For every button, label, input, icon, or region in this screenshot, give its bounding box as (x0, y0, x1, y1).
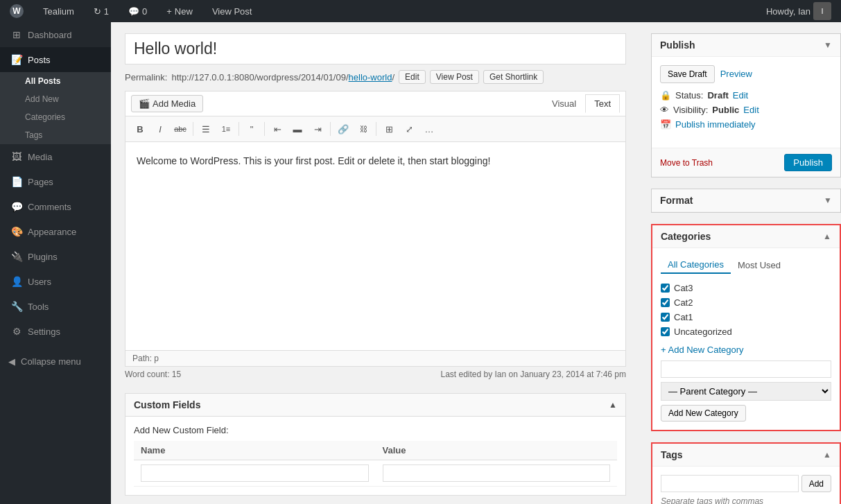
sidebar-item-comments[interactable]: 💬 Comments (0, 194, 111, 219)
tab-text[interactable]: Text (585, 94, 620, 113)
submenu-item-tags[interactable]: Tags (0, 126, 111, 144)
main-layout: ⊞ Dashboard 📝 Posts All Posts Add New Ca… (0, 22, 841, 504)
publish-action-bar: Move to Trash Publish (652, 148, 840, 177)
site-name-item[interactable]: Tealium (39, 0, 78, 22)
publish-box: Publish ▼ Save Draft Preview 🔒 Status: D… (651, 33, 841, 177)
publish-immediately-link[interactable]: Publish immediately (675, 119, 756, 130)
get-shortlink-button[interactable]: Get Shortlink (483, 70, 544, 84)
publish-button[interactable]: Publish (784, 154, 832, 171)
align-right-button[interactable]: ⇥ (309, 120, 327, 138)
sidebar-item-tools[interactable]: 🔧 Tools (0, 294, 111, 319)
category-checkbox[interactable] (661, 327, 670, 336)
tags-input[interactable] (661, 475, 799, 492)
howdy-item[interactable]: Howdy, Ian I (762, 0, 835, 22)
updates-item[interactable]: ↻ 1 (89, 0, 113, 22)
custom-fields-toggle[interactable]: ▲ (609, 400, 617, 410)
category-item: Cat1 (661, 310, 831, 324)
add-media-button[interactable]: 🎬 Add Media (131, 95, 203, 112)
comments-icon: 💬 (11, 201, 22, 212)
submenu-item-add-new[interactable]: Add New (0, 90, 111, 108)
category-tabs: All Categories Most Used (661, 257, 831, 274)
insert-table-button[interactable]: ⊞ (380, 120, 398, 138)
post-title-input[interactable] (125, 33, 626, 64)
align-center-button[interactable]: ▬ (288, 120, 306, 138)
submenu-item-categories[interactable]: Categories (0, 108, 111, 126)
add-new-category-button[interactable]: Add New Category (661, 405, 746, 422)
add-new-category-link[interactable]: + Add New Category (661, 345, 831, 355)
save-draft-button[interactable]: Save Draft (660, 65, 715, 83)
sidebar-item-settings[interactable]: ⚙ Settings (0, 319, 111, 344)
ordered-list-button[interactable]: 1≡ (217, 120, 235, 138)
pages-icon: 📄 (11, 176, 22, 187)
sidebar-item-plugins[interactable]: 🔌 Plugins (0, 244, 111, 269)
sidebar-item-users[interactable]: 👤 Users (0, 269, 111, 294)
new-item[interactable]: + New (162, 0, 197, 22)
new-category-input[interactable] (661, 360, 831, 378)
italic-button[interactable]: I (151, 120, 169, 138)
fullscreen-button[interactable]: ⤢ (400, 120, 418, 138)
format-box-header: Format ▼ (652, 189, 840, 212)
collapse-menu-button[interactable]: ◀ Collapse menu (0, 349, 111, 374)
move-to-trash-link[interactable]: Move to Trash (660, 158, 713, 168)
view-post-button[interactable]: View Post (430, 70, 479, 84)
status-label: Status: (675, 90, 703, 101)
sidebar-item-appearance[interactable]: 🎨 Appearance (0, 219, 111, 244)
edit-permalink-button[interactable]: Edit (399, 70, 426, 84)
posts-submenu: All Posts Add New Categories Tags (0, 72, 111, 144)
publish-box-toggle[interactable]: ▼ (824, 40, 832, 50)
bold-button[interactable]: B (131, 120, 149, 138)
sidebar-item-pages-label: Pages (28, 177, 53, 187)
sidebar-item-posts[interactable]: 📝 Posts (0, 47, 111, 72)
toolbar-separator-3 (264, 122, 265, 136)
category-item: Cat3 (661, 281, 831, 295)
word-count-bar: Word count: 15 Last edited by Ian on Jan… (125, 367, 626, 382)
custom-field-value-input[interactable] (383, 464, 611, 482)
toolbar-toggle-button[interactable]: … (420, 120, 438, 138)
sidebar-item-users-label: Users (28, 277, 51, 287)
format-box-toggle[interactable]: ▼ (824, 195, 832, 205)
status-edit-link[interactable]: Edit (733, 90, 748, 101)
comments-item[interactable]: 💬 0 (124, 0, 151, 22)
howdy-label: Howdy, Ian (766, 6, 810, 17)
custom-field-name-input[interactable] (141, 464, 369, 482)
wp-logo-item[interactable]: W (6, 0, 28, 22)
view-post-item[interactable]: View Post (208, 0, 257, 22)
category-label: Cat2 (674, 297, 693, 308)
preview-link[interactable]: Preview (720, 65, 752, 83)
sidebar-item-media[interactable]: 🖼 Media (0, 144, 111, 169)
tags-box: Tags ▲ Add Separate tags with commas ✕ T… (651, 442, 841, 504)
submenu-item-all-posts[interactable]: All Posts (0, 72, 111, 90)
categories-box-toggle[interactable]: ▲ (823, 232, 831, 241)
blockquote-button[interactable]: " (243, 120, 261, 138)
add-tag-button[interactable]: Add (801, 475, 831, 492)
tab-all-categories[interactable]: All Categories (661, 257, 731, 274)
tab-visual[interactable]: Visual (543, 94, 585, 113)
categories-box-body: All Categories Most Used Cat3 Cat2 Cat1 … (652, 248, 840, 430)
visibility-edit-link[interactable]: Edit (743, 105, 758, 115)
permalink-prefix: Permalink: (125, 72, 167, 82)
settings-icon: ⚙ (11, 326, 22, 337)
tab-most-used-categories[interactable]: Most Used (731, 257, 788, 274)
tags-box-toggle[interactable]: ▲ (823, 450, 831, 460)
right-sidebar: Publish ▼ Save Draft Preview 🔒 Status: D… (640, 22, 841, 504)
appearance-icon: 🎨 (11, 226, 22, 237)
strikethrough-button[interactable]: abc (171, 120, 189, 138)
editor-body[interactable]: Welcome to WordPress. This is your first… (125, 142, 625, 350)
category-item: Uncategorized (661, 324, 831, 339)
parent-category-select[interactable]: — Parent Category — (661, 382, 831, 401)
category-checkbox[interactable] (661, 284, 670, 293)
editor-footer: Path: p (125, 350, 625, 366)
permalink-slug[interactable]: hello-world (349, 72, 392, 82)
category-checkbox[interactable] (661, 298, 670, 307)
insert-link-button[interactable]: 🔗 (334, 120, 352, 138)
sidebar-item-pages[interactable]: 📄 Pages (0, 169, 111, 194)
unordered-list-button[interactable]: ☰ (197, 120, 215, 138)
tags-separate-note: Separate tags with commas (661, 496, 831, 504)
sidebar-item-dashboard[interactable]: ⊞ Dashboard (0, 22, 111, 47)
visibility-icon: 👁 (660, 105, 669, 115)
status-icon: 🔒 (660, 90, 671, 101)
align-left-button[interactable]: ⇤ (268, 120, 286, 138)
word-count-label: Word count: 15 (125, 370, 181, 379)
category-checkbox[interactable] (661, 313, 670, 322)
remove-link-button[interactable]: ⛓ (354, 120, 372, 138)
